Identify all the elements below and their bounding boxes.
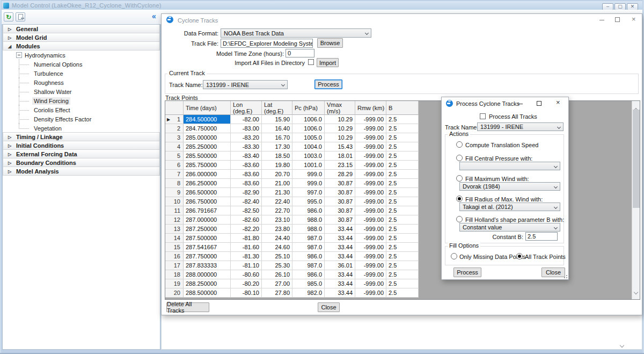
action-radio-fill-central-pressure-with[interactable] (456, 155, 463, 161)
table-cell[interactable]: 23.15 (325, 161, 355, 170)
row-header[interactable]: ▶1 (165, 115, 184, 124)
scrollbar-thumb[interactable] (633, 110, 640, 208)
table-cell[interactable]: 18.01 (325, 151, 355, 161)
table-cell[interactable]: 2.5 (386, 243, 419, 252)
table-cell[interactable]: 26.10 (262, 270, 292, 279)
table-cell[interactable]: 1004.0 (292, 142, 325, 151)
table-cell[interactable]: -999.00 (355, 142, 386, 151)
sidebar-item-model-grid[interactable]: ▷Model Grid (3, 33, 160, 42)
process-button[interactable]: Process (314, 80, 342, 89)
table-cell[interactable]: 286.791667 (184, 206, 231, 215)
row-header[interactable]: 12 (165, 215, 184, 225)
table-cell[interactable]: -999.00 (355, 270, 386, 279)
table-cell[interactable]: 21.00 (262, 179, 292, 188)
constant-b-input[interactable]: 2.5 (525, 232, 558, 241)
table-cell[interactable]: 2.5 (386, 225, 419, 234)
import-all-checkbox[interactable] (308, 59, 314, 65)
table-cell[interactable]: 10.29 (325, 133, 355, 142)
table-cell[interactable]: 33.44 (325, 243, 355, 252)
sidebar-item-coriolis-effect[interactable]: Coriolis Effect (3, 105, 160, 114)
table-cell[interactable]: -999.00 (355, 261, 386, 270)
sidebar-item-roughness[interactable]: Roughness (3, 78, 160, 87)
table-cell[interactable]: -83.60 (231, 161, 262, 170)
sidebar-item-external-forcing-data[interactable]: ▷External Forcing Data (3, 149, 160, 158)
row-header[interactable]: 18 (165, 270, 184, 279)
table-cell[interactable]: 995.0 (292, 197, 325, 206)
table-cell[interactable]: 2.5 (386, 234, 419, 243)
table-cell[interactable]: 33.44 (325, 234, 355, 243)
row-header[interactable]: 11 (165, 206, 184, 215)
table-cell[interactable]: 18.50 (262, 151, 292, 161)
table-cell[interactable]: 2.5 (386, 161, 419, 170)
sidebar-item-shallow-water[interactable]: Shallow Water (3, 87, 160, 96)
table-cell[interactable]: 987.0 (292, 234, 325, 243)
column-header-rmw-km[interactable]: Rmw (km) (355, 101, 386, 115)
table-cell[interactable]: 2.5 (386, 151, 419, 161)
sidebar-item-timing-linkage[interactable]: ▷Timing / Linkage (3, 132, 160, 141)
table-cell[interactable]: 19.80 (262, 161, 292, 170)
table-cell[interactable]: 988.0 (292, 215, 325, 225)
table-cell[interactable]: 15.90 (262, 115, 292, 124)
table-cell[interactable]: -82.40 (231, 197, 262, 206)
table-cell[interactable]: 1006.0 (292, 124, 325, 133)
table-cell[interactable]: -999.00 (355, 215, 386, 225)
table-cell[interactable]: 2.5 (386, 188, 419, 197)
table-cell[interactable]: 25.30 (262, 261, 292, 270)
sidebar-item-model-analysis[interactable]: ▷Model Analysis (3, 167, 160, 176)
table-cell[interactable]: 22.70 (262, 206, 292, 215)
table-cell[interactable]: 16.70 (262, 133, 292, 142)
tree-collapsed-icon[interactable]: ▷ (8, 169, 11, 174)
table-cell[interactable]: 287.833333 (184, 261, 231, 270)
scroll-down-icon[interactable] (634, 290, 638, 294)
table-cell[interactable]: 30.87 (325, 179, 355, 188)
table-cell[interactable]: 1001.0 (292, 161, 325, 170)
table-cell[interactable]: -999.00 (355, 225, 386, 234)
table-cell[interactable]: 27.00 (262, 279, 292, 288)
action-radio-compute-translation-speed[interactable] (456, 141, 463, 148)
table-cell[interactable]: -999.00 (355, 234, 386, 243)
table-cell[interactable]: 30.87 (325, 197, 355, 206)
row-header[interactable]: 5 (165, 151, 184, 161)
action-combo-fill-central-pressure-with[interactable] (459, 162, 560, 170)
table-cell[interactable]: 28.29 (325, 170, 355, 179)
action-combo-fill-maximum-wind-with[interactable]: Dvorak (1984) (459, 182, 560, 191)
table-cell[interactable]: -999.00 (355, 188, 386, 197)
row-header[interactable]: 9 (165, 188, 184, 197)
table-cell[interactable]: 2.5 (386, 252, 419, 261)
table-cell[interactable]: 288.000000 (184, 270, 231, 279)
table-cell[interactable]: -83.60 (231, 170, 262, 179)
table-cell[interactable]: 985.0 (292, 279, 325, 288)
track-file-input[interactable]: D:\EFDC_Explorer Modeling System\Models-… (221, 39, 313, 48)
table-cell[interactable]: -83.30 (231, 142, 262, 151)
table-cell[interactable]: 286.500000 (184, 188, 231, 197)
process-all-tracks-checkbox[interactable] (480, 113, 486, 119)
table-cell[interactable]: -82.90 (231, 188, 262, 197)
table-cell[interactable]: 17.30 (262, 142, 292, 151)
row-header[interactable]: 17 (165, 261, 184, 270)
table-cell[interactable]: -83.00 (231, 124, 262, 133)
table-cell[interactable]: 36.01 (325, 261, 355, 270)
table-cell[interactable]: -82.50 (231, 206, 262, 215)
process-run-button[interactable]: Process (453, 268, 481, 277)
column-header-lat[interactable]: Lat (deg.E) (262, 101, 292, 115)
row-header[interactable]: 7 (165, 170, 184, 179)
row-header[interactable]: 16 (165, 252, 184, 261)
table-cell[interactable]: 20.70 (262, 170, 292, 179)
table-cell[interactable]: 2.5 (386, 170, 419, 179)
table-cell[interactable]: 988.0 (292, 225, 325, 234)
table-cell[interactable]: 288.500000 (184, 288, 231, 298)
table-cell[interactable]: 284.750000 (184, 124, 231, 133)
grid-corner-cell[interactable] (165, 101, 184, 115)
table-cell[interactable]: 1003.0 (292, 151, 325, 161)
column-header-b[interactable]: B (386, 101, 419, 115)
sidebar-item-hydrodynamics[interactable]: Hydrodynamics (3, 50, 160, 60)
row-header[interactable]: 15 (165, 243, 184, 252)
table-cell[interactable]: 2.5 (386, 124, 419, 133)
vertical-scrollbar[interactable] (632, 101, 640, 299)
sidebar-item-modules[interactable]: ◢Modules (3, 41, 160, 50)
table-cell[interactable]: -80.10 (231, 288, 262, 298)
table-cell[interactable]: 23.80 (262, 225, 292, 234)
table-cell[interactable]: 1006.0 (292, 115, 325, 124)
table-cell[interactable]: 284.500000 (184, 115, 231, 124)
row-header[interactable]: 14 (165, 234, 184, 243)
